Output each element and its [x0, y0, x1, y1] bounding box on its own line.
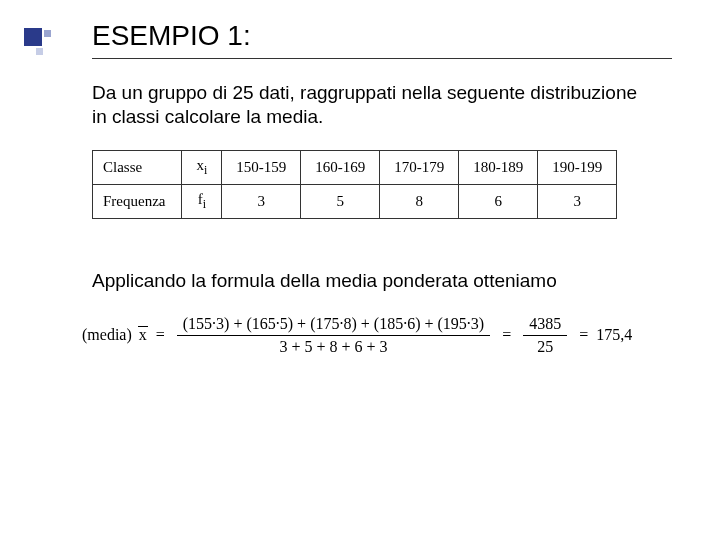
title-underline [92, 58, 672, 59]
formula-result: 175,4 [596, 326, 632, 344]
result-fraction: 4385 25 [523, 313, 567, 358]
equals-sign: = [579, 326, 588, 344]
main-fraction: (155·3) + (165·5) + (175·8) + (185·6) + … [177, 313, 490, 358]
slide-bullet-decoration [24, 28, 50, 54]
table-cell: 6 [459, 184, 538, 218]
fraction-numerator: (155·3) + (165·5) + (175·8) + (185·6) + … [177, 313, 490, 335]
fraction-denominator: 3 + 5 + 8 + 6 + 3 [273, 336, 393, 358]
row-label: Classe [93, 150, 182, 184]
x-bar-symbol: x [138, 326, 148, 344]
table-cell: 180-189 [459, 150, 538, 184]
equals-sign: = [156, 326, 165, 344]
table-cell: 3 [538, 184, 617, 218]
table-row: Classe xi 150-159 160-169 170-179 180-18… [93, 150, 617, 184]
weighted-mean-formula: (media) x = (155·3) + (165·5) + (175·8) … [82, 313, 680, 358]
table-row: Frequenza fi 3 5 8 6 3 [93, 184, 617, 218]
table-cell: 3 [222, 184, 301, 218]
data-table: Classe xi 150-159 160-169 170-179 180-18… [92, 150, 617, 219]
table-cell: 5 [301, 184, 380, 218]
formula-intro-paragraph: Applicando la formula della media ponder… [92, 269, 652, 293]
equals-sign: = [502, 326, 511, 344]
table-cell: 160-169 [301, 150, 380, 184]
formula-lhs-label: (media) [82, 326, 132, 344]
slide-content: ESEMPIO 1: Da un gruppo di 25 dati, ragg… [92, 20, 680, 358]
row-label: Frequenza [93, 184, 182, 218]
fraction-numerator: 4385 [523, 313, 567, 335]
page-title: ESEMPIO 1: [92, 20, 680, 52]
table-cell: 8 [380, 184, 459, 218]
table-cell: 170-179 [380, 150, 459, 184]
intro-paragraph: Da un gruppo di 25 dati, raggruppati nel… [92, 81, 652, 130]
table-cell: 150-159 [222, 150, 301, 184]
row-symbol: fi [182, 184, 222, 218]
table-cell: 190-199 [538, 150, 617, 184]
fraction-denominator: 25 [531, 336, 559, 358]
row-symbol: xi [182, 150, 222, 184]
